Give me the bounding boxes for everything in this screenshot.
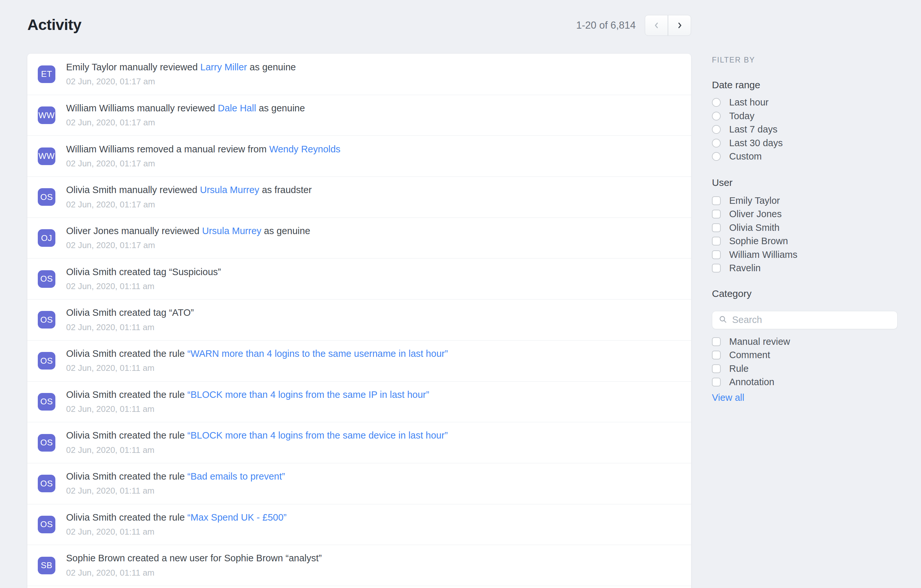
date-range-option[interactable]: Last 30 days <box>712 136 898 150</box>
avatar: OS <box>38 311 55 328</box>
option-label: Last 7 days <box>729 124 777 135</box>
page-title: Activity <box>28 16 81 34</box>
activity-row: OS Olivia Smith created the rule “BLOCK … <box>28 381 691 422</box>
activity-text-part: Olivia Smith created the rule <box>66 512 187 523</box>
avatar: SB <box>38 557 55 574</box>
activity-text-part: Olivia Smith manually reviewed <box>66 185 200 195</box>
entity-link[interactable]: “WARN more than 4 logins to the same use… <box>187 348 448 359</box>
category-options: Manual review Comment Rule Annotation <box>712 335 898 389</box>
filter-option[interactable]: William Williams <box>712 248 898 262</box>
filter-option[interactable]: Sophie Brown <box>712 234 898 248</box>
entity-link[interactable]: Wendy Reynolds <box>269 144 341 154</box>
checkbox-icon[interactable] <box>712 264 721 273</box>
option-label: Ravelin <box>729 263 761 273</box>
option-label: Custom <box>729 151 762 162</box>
activity-text: Sophie Brown created a new user for Soph… <box>66 553 322 564</box>
option-label: Annotation <box>729 377 775 387</box>
entity-link[interactable]: Dale Hall <box>218 103 256 113</box>
activity-row-text: Emily Taylor manually reviewed Larry Mil… <box>66 62 296 87</box>
activity-text: Olivia Smith created the rule “Max Spend… <box>66 512 286 523</box>
entity-link[interactable]: Larry Miller <box>200 62 247 72</box>
date-range-option[interactable]: Last hour <box>712 96 898 109</box>
activity-row: OS Olivia Smith created the rule “BLOCK … <box>28 422 691 463</box>
previous-page-button[interactable] <box>645 15 668 36</box>
category-search-box <box>712 311 898 329</box>
filter-option[interactable]: Comment <box>712 348 898 362</box>
filter-option[interactable]: Oliver Jones <box>712 207 898 221</box>
option-label: William Williams <box>729 249 797 260</box>
category-search-input[interactable] <box>732 315 891 325</box>
avatar: OS <box>38 352 55 370</box>
date-range-option[interactable]: Custom <box>712 150 898 164</box>
checkbox-icon[interactable] <box>712 378 721 387</box>
filter-option[interactable]: Olivia Smith <box>712 221 898 235</box>
entity-link[interactable]: “BLOCK more than 4 logins from the same … <box>187 390 429 400</box>
activity-text: Oliver Jones manually reviewed Ursula Mu… <box>66 226 310 236</box>
pagination-button-group <box>645 15 691 36</box>
checkbox-icon[interactable] <box>712 237 721 245</box>
checkbox-icon[interactable] <box>712 210 721 218</box>
checkbox-icon[interactable] <box>712 197 721 205</box>
checkbox-icon[interactable] <box>712 250 721 259</box>
filter-option[interactable]: Rule <box>712 362 898 376</box>
avatar: ET <box>38 65 55 83</box>
entity-link[interactable]: Ursula Murrey <box>200 185 259 195</box>
filter-option[interactable]: Emily Taylor <box>712 194 898 208</box>
date-range-option[interactable]: Today <box>712 109 898 123</box>
activity-row-text: Oliver Jones manually reviewed Ursula Mu… <box>66 226 310 250</box>
date-range-option[interactable]: Last 7 days <box>712 123 898 136</box>
pagination: 1-20 of 6,814 <box>576 15 691 36</box>
activity-row-text: Olivia Smith manually reviewed Ursula Mu… <box>66 185 312 210</box>
option-label: Last 30 days <box>729 138 783 148</box>
activity-row: OS Olivia Smith created the rule “Max Sp… <box>28 504 691 545</box>
checkbox-icon[interactable] <box>712 351 721 359</box>
next-page-button[interactable] <box>668 15 691 36</box>
activity-row-text: Olivia Smith created tag “Suspicious” 02… <box>66 266 221 291</box>
activity-timestamp: 02 Jun, 2020, 01:17 am <box>66 76 296 87</box>
activity-text-part: William Williams manually reviewed <box>66 103 218 113</box>
checkbox-icon[interactable] <box>712 364 721 373</box>
checkbox-icon[interactable] <box>712 223 721 232</box>
activity-row-text: Olivia Smith created the rule “BLOCK mor… <box>66 390 429 414</box>
radio-button-icon[interactable] <box>712 98 721 107</box>
activity-text-part: Olivia Smith created the rule <box>66 390 187 400</box>
activity-text-part: as genuine <box>256 103 305 113</box>
radio-button-icon[interactable] <box>712 139 721 148</box>
entity-link[interactable]: “Bad emails to prevent” <box>187 471 285 482</box>
activity-timestamp: 02 Jun, 2020, 01:11 am <box>66 568 322 578</box>
activity-text: William Williams removed a manual review… <box>66 144 340 155</box>
activity-timestamp: 02 Jun, 2020, 01:11 am <box>66 404 429 414</box>
entity-link[interactable]: Ursula Murrey <box>202 226 261 236</box>
entity-link[interactable]: “Max Spend UK - £500” <box>187 512 286 523</box>
activity-text-part: William Williams removed a manual review… <box>66 144 269 154</box>
activity-text: Olivia Smith created tag “ATO” <box>66 307 194 318</box>
filter-option[interactable]: Ravelin <box>712 262 898 275</box>
activity-timestamp: 02 Jun, 2020, 01:11 am <box>66 281 221 291</box>
option-label: Comment <box>729 350 770 361</box>
magnifier-icon <box>719 315 727 325</box>
activity-timestamp: 02 Jun, 2020, 01:17 am <box>66 159 340 169</box>
radio-button-icon[interactable] <box>712 125 721 134</box>
radio-button-icon[interactable] <box>712 112 721 120</box>
activity-text-part: Olivia Smith created tag “Suspicious” <box>66 266 221 277</box>
avatar: OS <box>38 270 55 288</box>
filter-option[interactable]: Manual review <box>712 335 898 349</box>
activity-row-text: Sophie Brown created a new user for Soph… <box>66 553 322 578</box>
activity-timestamp: 02 Jun, 2020, 01:17 am <box>66 200 312 210</box>
entity-link[interactable]: “BLOCK more than 4 logins from the same … <box>187 430 447 440</box>
radio-button-icon[interactable] <box>712 152 721 161</box>
option-label: Olivia Smith <box>729 223 779 233</box>
date-range-options: Last hour Today Last 7 days Last 30 days… <box>712 96 898 164</box>
checkbox-icon[interactable] <box>712 337 721 346</box>
option-label: Sophie Brown <box>729 236 788 247</box>
view-all-link[interactable]: View all <box>712 391 744 404</box>
activity-timestamp: 02 Jun, 2020, 01:11 am <box>66 445 448 455</box>
activity-text: Emily Taylor manually reviewed Larry Mil… <box>66 62 296 73</box>
filter-option[interactable]: Annotation <box>712 375 898 389</box>
chevron-right-icon <box>676 21 683 29</box>
activity-row-text: Olivia Smith created the rule “WARN more… <box>66 348 448 373</box>
option-label: Manual review <box>729 336 790 347</box>
activity-text: William Williams manually reviewed Dale … <box>66 103 305 114</box>
activity-text-part: as genuine <box>247 62 296 72</box>
option-label: Last hour <box>729 97 769 108</box>
